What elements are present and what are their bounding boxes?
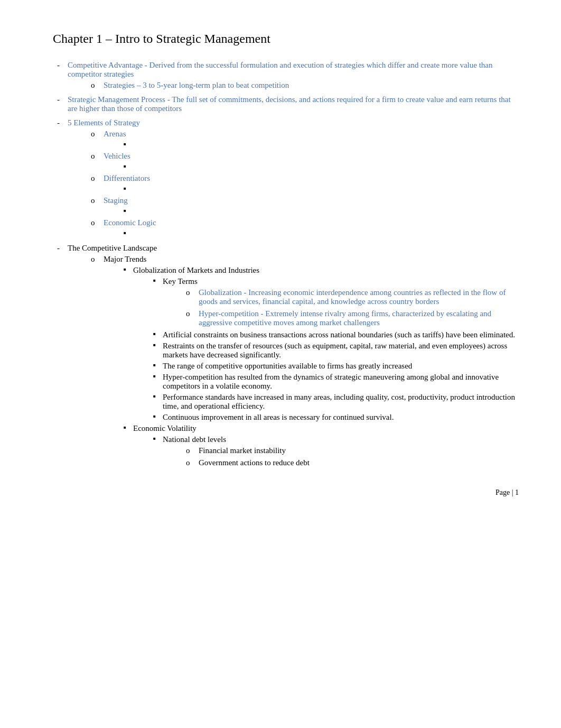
- key-terms-label: Key Terms: [163, 277, 198, 285]
- economic-logic-label: Economic Logic: [104, 218, 156, 227]
- economic-logic-item: Economic Logic: [89, 218, 519, 238]
- strategic-management-label: Strategic Management Process: [68, 95, 165, 104]
- vehicles-sq: [104, 163, 519, 172]
- major-trends-item: Major Trends Globalization of Markets an…: [89, 255, 519, 467]
- vehicles-sq-item: [123, 163, 519, 172]
- financial-market-label: Financial market instability: [199, 446, 286, 455]
- page-title: Chapter 1 – Intro to Strategic Managemen…: [53, 32, 519, 46]
- globalization-bullets: Artificial constraints on business trans…: [133, 330, 519, 422]
- list-item-competitive-landscape: The Competitive Landscape Major Trends G…: [53, 244, 519, 467]
- staging-sq-item: [123, 207, 519, 216]
- competitive-advantage-sub: Strategies – 3 to 5-year long-term plan …: [68, 81, 519, 90]
- globalization-markets-item: Globalization of Markets and Industries …: [123, 266, 519, 422]
- key-terms-item: Key Terms Globalization - Increasing eco…: [152, 277, 519, 327]
- globalization-def-item: Globalization - Increasing economic inte…: [184, 288, 519, 306]
- page-footer: Page | 1: [53, 489, 519, 497]
- major-trends-sq: Globalization of Markets and Industries …: [104, 266, 519, 467]
- differentiators-sq: [104, 185, 519, 194]
- national-debt-label: National debt levels: [163, 435, 226, 444]
- financial-market-item: Financial market instability: [184, 446, 519, 455]
- globalization-def: - Increasing economic interdependence am…: [199, 288, 506, 306]
- bullet-hyper-result: Hyper-competition has resulted from the …: [152, 373, 519, 391]
- arenas-label: Arenas: [104, 130, 126, 138]
- list-item-5-elements: 5 Elements of Strategy Arenas Vehicles D…: [53, 118, 519, 238]
- list-item-strategic-management: Strategic Management Process - The full …: [53, 95, 519, 113]
- arenas-sq: [104, 141, 519, 150]
- 5-elements-sub: Arenas Vehicles Differentiators Staging: [68, 130, 519, 238]
- differentiators-item: Differentiators: [89, 174, 519, 194]
- differentiators-sq-item: [123, 185, 519, 194]
- main-list: Competitive Advantage - Derived from the…: [53, 61, 519, 467]
- bullet-range: The range of competitive opportunities a…: [152, 362, 519, 371]
- economic-volatility-label: Economic Volatility: [133, 424, 197, 432]
- list-item-competitive-advantage: Competitive Advantage - Derived from the…: [53, 61, 519, 90]
- arenas-item: Arenas: [89, 130, 519, 150]
- vehicles-label: Vehicles: [104, 152, 130, 160]
- globalization-key-terms-sq: Key Terms Globalization - Increasing eco…: [133, 277, 519, 327]
- bullet-artificial: Artificial constraints on business trans…: [152, 330, 519, 339]
- staging-sq: [104, 207, 519, 216]
- 5-elements-label: 5 Elements of Strategy: [68, 118, 140, 127]
- government-actions-label: Government actions to reduce debt: [199, 458, 310, 467]
- strategies-label: Strategies – 3 to 5-year long-term plan …: [104, 81, 289, 89]
- government-actions-item: Government actions to reduce debt: [184, 458, 519, 467]
- vehicles-item: Vehicles: [89, 152, 519, 172]
- hyper-competition-def-item: Hyper-competition - Extremely intense ri…: [184, 309, 519, 327]
- bullet-continuous: Continuous improvement in all areas is n…: [152, 413, 519, 422]
- differentiators-label: Differentiators: [104, 174, 150, 182]
- major-trends-label: Major Trends: [104, 255, 146, 263]
- globalization-term: Globalization: [199, 288, 242, 297]
- national-debt-sub-o: Financial market instability Government …: [163, 446, 519, 467]
- bullet-performance: Performance standards have increased in …: [152, 393, 519, 411]
- competitive-advantage-label: Competitive Advantage: [68, 61, 143, 69]
- economic-volatility-item: Economic Volatility National debt levels…: [123, 424, 519, 467]
- arenas-sq-item: [123, 141, 519, 150]
- competitive-landscape-label: The Competitive Landscape: [68, 244, 157, 252]
- national-debt-item: National debt levels Financial market in…: [152, 435, 519, 467]
- hyper-competition-term: Hyper-competition: [199, 309, 259, 318]
- bullet-restraints: Restraints on the transfer of resources …: [152, 342, 519, 360]
- economic-volatility-sq: National debt levels Financial market in…: [133, 435, 519, 467]
- globalization-markets-label: Globalization of Markets and Industries: [133, 266, 259, 274]
- key-terms-sub-o: Globalization - Increasing economic inte…: [163, 288, 519, 327]
- competitive-landscape-sub-o: Major Trends Globalization of Markets an…: [68, 255, 519, 467]
- staging-label: Staging: [104, 196, 128, 205]
- staging-item: Staging: [89, 196, 519, 216]
- economic-logic-sq: [104, 229, 519, 238]
- economic-logic-sq-item: [123, 229, 519, 238]
- strategies-item: Strategies – 3 to 5-year long-term plan …: [89, 81, 519, 90]
